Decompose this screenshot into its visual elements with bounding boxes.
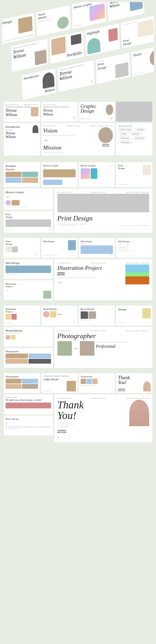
gd-photo (106, 104, 113, 115)
slide-skill-summary: Summary of Skill Motion Graphic Branding… (116, 123, 152, 156)
iso-motion-img (89, 3, 105, 21)
row-thankyou: Come on, take it We make your dream desi… (4, 394, 152, 442)
vision-portrait (98, 127, 113, 143)
motion-grad-img (81, 168, 90, 179)
slide-photographer-sm: Photographer (4, 373, 40, 393)
intro-photo (33, 125, 38, 133)
section-4: IllustrationProject Lorem ipsum Brand Id… (2, 304, 154, 369)
slide-design-sm: Design Lorem ipsum (116, 306, 152, 325)
row-motion-print-large: Motion Graphic → Lorem ipsum dolor sit a… (4, 188, 152, 233)
slide-testimonials: Testimonials Lorem ipsum dolor sit amet (79, 373, 115, 393)
iso-card-print2: Lorem ipsum PrintDesign (96, 52, 130, 84)
slide-thankyou-sm: ThankYou! TERESAWILSON (116, 373, 152, 393)
slide-web-design-left: Web Design Lorem ipsum dolor sit amet (4, 259, 53, 279)
slide-illustration-sm: IllustrationProject Lorem ipsum (4, 306, 40, 325)
slide-brand-identity-2: Brand Identity → Lorem ipsum dolor (79, 306, 115, 325)
main-container: Design Lorem ipsum dolor sit amet consec… (0, 0, 156, 448)
row-motion-print: Portfolio Highlight Motion Graphic Image… (4, 162, 152, 187)
slide-coffee-break: CREATIVE GRAPHIC DESIGN Coffee Break Lor… (41, 373, 77, 393)
iso-card-design: Design Lorem ipsum dolor sit amet consec… (2, 13, 35, 44)
row-vision-mission: Introduction Experience TeresaWilson → M… (4, 123, 152, 156)
slide-dream: Come on, take it We make your dream desi… (4, 394, 53, 414)
iso-teresa2-img (35, 50, 47, 65)
iso-card-teresa: We make your design a reality TeresaWils… (108, 2, 145, 21)
section-2: Portfolio Highlight Motion Graphic Image… (2, 161, 154, 234)
iso-card-teresa2: CREATIVE GRAPHIC DESIGN TeresaWilson (11, 39, 48, 72)
motion-sm-img (43, 169, 76, 177)
section-5: Photographer CREATIVE GRAPHIC DESIGN Cof… (2, 372, 154, 444)
gray-photo (116, 102, 152, 122)
row-illustration: Web Design Lorem ipsum dolor sit amet Il… (4, 259, 152, 300)
teresa-intro-photo (31, 107, 38, 116)
illustration-photo (125, 264, 149, 284)
slide-graphic-design: GraphicDesign TERESA WILSON ↓ (79, 102, 115, 122)
iso-card-motion: Motion Graphic Lorem ipsum (72, 2, 106, 29)
slide-photographer-large: My Portfolio McRine Studio Based in New … (54, 327, 152, 368)
slide-photographer-left: Photographer (4, 348, 53, 368)
dream-img (6, 403, 51, 408)
slide-work-with-me: Work with me ↓ Lorem ipsum dolor sit ame… (4, 416, 53, 435)
slide-header-1: My Portfolio McRine Studio (6, 104, 38, 105)
slide-print-design-sm: PrintDesign Lorem ipsum dolor (116, 162, 152, 187)
row-brand-identity: IllustrationProject Lorem ipsum Brand Id… (4, 306, 152, 325)
slide-teresa-intro: My Portfolio McRine Studio CREATIVE GRAP… (4, 102, 40, 122)
slide-photo-gray (116, 102, 152, 122)
photographer-img2 (80, 341, 94, 356)
coffee-photo (67, 381, 76, 391)
slide-web-design-3: Web Design Web Design Lorem ipsum dolor … (116, 238, 152, 258)
row-photographer: Brand Identity Lorem ipsum dolor sit ame… (4, 327, 152, 368)
slide-motion-gradient: Motion Graphic → (79, 162, 115, 187)
iso-portfolio-img (51, 37, 66, 56)
iso-print2-img (115, 62, 129, 78)
iso-card-visual-identity: Visual Identity Lorem ipsum dolor sit (36, 5, 71, 37)
iso-print-img (137, 19, 154, 37)
slide-brand-left: Brand Identity Lorem ipsum dolor sit ame… (4, 327, 53, 347)
slide-illustration-left: IllustrationProject → (4, 280, 53, 300)
row-web-design: PrintDesign → Web Design Lorem ipsum dol… (4, 238, 152, 258)
photographer-img1 (57, 341, 72, 356)
interface-img (81, 245, 113, 254)
web-left-img (6, 266, 51, 273)
iso-design-img (18, 16, 33, 34)
slide-introduction: Introduction Experience TeresaWilson → (4, 123, 40, 156)
slide-brand-identity-1: Brand Identity → Design (41, 306, 77, 325)
iso-section: Design Lorem ipsum dolor sit amet consec… (2, 2, 154, 100)
slide-print-left: PrintDesign TERESA → (4, 211, 53, 233)
slide-vision-large: My Portfolio McRine Studio Based in New … (41, 123, 115, 156)
design-photo (142, 308, 151, 318)
slide-print-sm-2: PrintDesign → (4, 238, 40, 258)
print-large-img (57, 194, 149, 212)
thankyou-portrait (129, 400, 149, 426)
iso-card-highlight: Highlight (85, 23, 120, 56)
slide-print-design-large: My Portfolio McRine Studio Based in New … (54, 188, 152, 233)
iso-highlight-img (87, 37, 100, 54)
row-photographer-thankyou: Photographer CREATIVE GRAPHIC DESIGN Cof… (4, 373, 152, 393)
iso-card-vision: Vision Lorem ipsum dolor (131, 45, 154, 76)
iso-card-print: Lorem ipsum dolor sit amet PrintDesign (121, 16, 154, 48)
print-sm-img (143, 165, 151, 175)
row-teresa-top: My Portfolio McRine Studio CREATIVE GRAP… (4, 102, 152, 122)
iso-portfolio-img2 (71, 34, 81, 45)
slide-web-design-1: Web Design Lorem ipsum dolor sit amet (41, 238, 77, 258)
slide-portfolio-highlight: Portfolio Highlight (4, 162, 40, 187)
section-1: My Portfolio McRine Studio CREATIVE GRAP… (2, 100, 154, 158)
slide-web-design-2: Web Design Interface → (79, 238, 115, 258)
section-3: PrintDesign → Web Design Lorem ipsum dol… (2, 236, 154, 302)
motion-grad-img2 (91, 168, 97, 179)
slide-motion-large-left: Motion Graphic → Lorem ipsum dolor sit a… (4, 188, 53, 210)
iso-card-portfolio: Portfolio (49, 31, 84, 64)
iso-highlight-img2 (108, 28, 118, 42)
slide-thankyou-large: My Portfolio McRine Studio Based in New … (54, 394, 152, 442)
iso-card-intro: Introduction TeresaWilson (22, 68, 56, 100)
iso-card-teresa3: CREATIVE GRAPHIC DESIGN TeresaWilson → (57, 60, 94, 92)
slide-illustration-large: My Portfolio McRine Studio Based in New … (54, 259, 152, 300)
slide-motion-sm: Motion Graphic Image One Image Two (41, 162, 77, 187)
motion-sm-img2 (43, 180, 63, 185)
slide-creative-gd: My Portfolio CREATIVE GRAPHIC DESIGN Ter… (41, 102, 77, 122)
web-design-phone (68, 240, 76, 250)
iso-teresa-img (130, 2, 143, 11)
